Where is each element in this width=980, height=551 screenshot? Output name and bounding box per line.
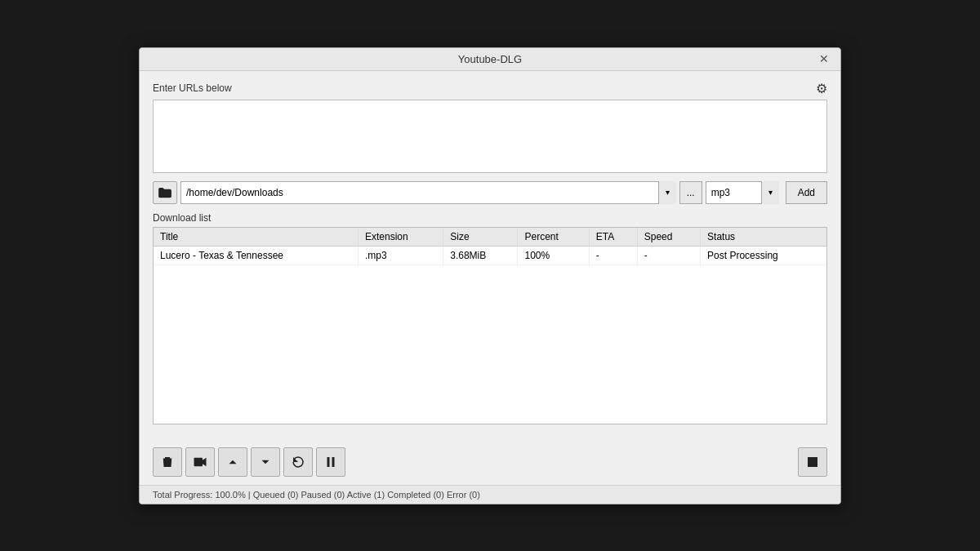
content-area: Enter URLs below ⚙ /home/dev/Downloads ▾… [140,71,840,442]
svg-rect-3 [327,457,330,467]
col-speed: Speed [637,228,700,247]
toolbar [140,442,840,485]
move-down-button[interactable] [251,447,280,477]
col-eta: ETA [589,228,637,247]
add-button[interactable]: Add [786,181,827,204]
download-table-container: Title Extension Size Percent ETA Speed S… [153,227,827,424]
url-label-row: Enter URLs below ⚙ [153,81,827,96]
col-extension: Extension [358,228,443,247]
pause-button[interactable] [316,447,345,477]
table-row[interactable]: Lucero - Texas & Tennessee.mp33.68MiB100… [154,246,826,264]
cell-eta: - [589,246,637,264]
stop-button[interactable] [798,447,827,477]
cell-status: Post Processing [701,246,826,264]
download-table: Title Extension Size Percent ETA Speed S… [154,228,826,265]
format-select[interactable]: mp3 mp4 m4a webm ogg flv [706,181,779,204]
svg-rect-5 [808,457,817,467]
settings-button[interactable]: ⚙ [816,81,827,96]
svg-rect-4 [332,457,335,467]
table-header-row: Title Extension Size Percent ETA Speed S… [154,228,826,247]
pause-icon [323,455,338,469]
col-size: Size [443,228,518,247]
cell-size: 3.68MiB [443,246,518,264]
url-section-label: Enter URLs below [153,82,232,94]
col-percent: Percent [518,228,589,247]
cell-speed: - [637,246,700,264]
arrow-down-icon [258,455,273,469]
video-button[interactable] [185,447,215,477]
refresh-icon [291,455,305,469]
url-textarea[interactable] [153,100,827,173]
col-title: Title [154,228,358,247]
window-title: Youtube-DLG [458,53,522,65]
arrow-up-icon [225,455,240,469]
statusbar: Total Progress: 100.0% | Queued (0) Paus… [140,485,840,504]
path-select[interactable]: /home/dev/Downloads [180,181,676,204]
stop-icon [805,455,820,469]
move-up-button[interactable] [218,447,247,477]
format-select-wrapper: mp3 mp4 m4a webm ogg flv ▾ [706,181,779,204]
reload-button[interactable] [283,447,313,477]
video-icon [193,455,207,469]
close-button[interactable]: ✕ [816,53,832,64]
svg-marker-2 [203,457,207,466]
col-status: Status [701,228,826,247]
download-list-label: Download list [153,212,827,224]
path-select-wrapper: /home/dev/Downloads ▾ [180,181,676,204]
folder-button[interactable] [153,181,177,204]
titlebar: Youtube-DLG ✕ [140,48,840,71]
browse-button[interactable]: ... [679,181,702,204]
folder-icon [158,187,172,198]
cell-title: Lucero - Texas & Tennessee [154,246,358,264]
path-row: /home/dev/Downloads ▾ ... mp3 mp4 m4a we… [153,181,827,204]
svg-rect-1 [194,457,203,466]
status-text: Total Progress: 100.0% | Queued (0) Paus… [153,490,480,500]
trash-icon [160,455,175,469]
delete-button[interactable] [153,447,182,477]
main-window: Youtube-DLG ✕ Enter URLs below ⚙ /home/d… [139,47,841,504]
cell-percent: 100% [518,246,589,264]
cell-extension: .mp3 [358,246,443,264]
